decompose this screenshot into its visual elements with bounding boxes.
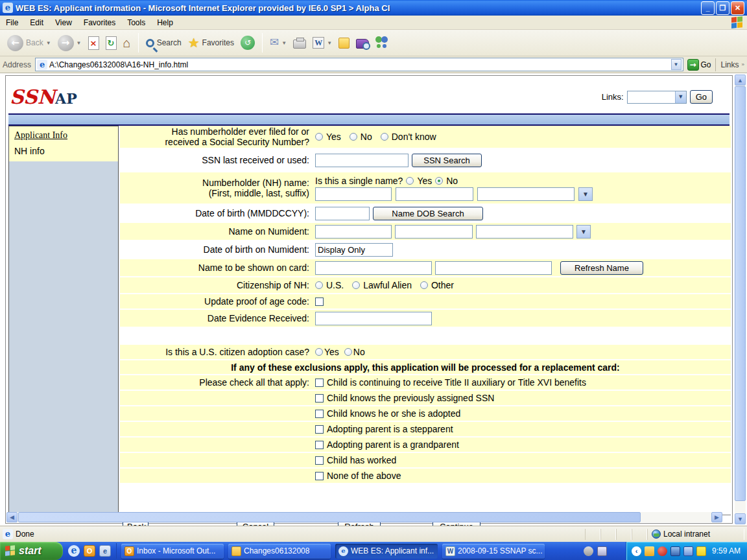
- page-links-select[interactable]: ▼: [627, 91, 687, 104]
- citizenship-lawful-alien-radio[interactable]: [352, 281, 360, 289]
- search-button[interactable]: Search: [143, 37, 185, 49]
- dob-input[interactable]: [315, 207, 370, 220]
- outlook-quicklaunch-icon[interactable]: O: [84, 545, 95, 557]
- menu-help[interactable]: Help: [151, 16, 179, 29]
- vertical-scroll-thumb[interactable]: [735, 86, 746, 501]
- search-icon: [146, 39, 154, 47]
- edit-dropdown-icon[interactable]: ▼: [327, 40, 332, 46]
- scroll-right-icon[interactable]: ▶: [711, 512, 722, 522]
- single-name-no-radio[interactable]: [435, 177, 443, 185]
- links-toolbar[interactable]: Links »: [715, 58, 744, 71]
- forward-button[interactable]: → ▼: [54, 34, 85, 52]
- print-button[interactable]: [290, 36, 309, 50]
- filed-yes-radio[interactable]: [315, 133, 323, 141]
- display-icon[interactable]: [683, 546, 693, 556]
- history-button[interactable]: ↺: [237, 34, 258, 51]
- taskbar-task-webes[interactable]: e WEB ES: Applicant inf...: [335, 544, 438, 559]
- restore-button[interactable]: ❐: [716, 1, 729, 15]
- tray-agent-icon[interactable]: [658, 546, 667, 556]
- tablet-pen-icon[interactable]: [597, 546, 607, 556]
- citizenship-us-radio[interactable]: [315, 281, 323, 289]
- mail-button[interactable]: ✉ ▼: [267, 36, 290, 50]
- taskbar-task-outlook[interactable]: O Inbox - Microsoft Out...: [121, 544, 224, 559]
- menu-view[interactable]: View: [49, 16, 78, 29]
- nh-middle-name-input[interactable]: [396, 187, 473, 201]
- citizenship-other-radio[interactable]: [420, 281, 428, 289]
- exclusion-checkbox-2[interactable]: [315, 410, 324, 418]
- tray-mail-icon[interactable]: [645, 546, 654, 556]
- mail-dropdown-icon[interactable]: ▼: [281, 40, 287, 46]
- card-first-name-input[interactable]: [315, 261, 432, 275]
- scroll-left-icon[interactable]: ◀: [6, 512, 18, 522]
- taskbar-task-folder[interactable]: Changes06132008: [228, 544, 331, 559]
- name-dob-search-button[interactable]: Name DOB Search: [373, 207, 483, 220]
- back-button[interactable]: ← Back ▼: [4, 34, 54, 52]
- status-page-icon: e: [3, 529, 13, 539]
- numident-dob-input[interactable]: [315, 243, 393, 257]
- collapse-chevron-icon[interactable]: ‹: [632, 546, 641, 556]
- home-button[interactable]: ⌂: [120, 35, 134, 51]
- status-pane: [585, 529, 600, 540]
- back-dropdown-icon[interactable]: ▼: [46, 40, 51, 46]
- exclusion-checkbox-0[interactable]: [315, 379, 324, 387]
- exclusion-checkbox-5[interactable]: [315, 456, 324, 465]
- research-button[interactable]: [353, 36, 372, 50]
- exclusion-checkbox-3[interactable]: [315, 425, 324, 434]
- nh-first-name-input[interactable]: [315, 187, 392, 201]
- menu-edit[interactable]: Edit: [24, 16, 49, 29]
- menu-tools[interactable]: Tools: [121, 16, 151, 29]
- address-dropdown-icon[interactable]: ▼: [671, 59, 682, 70]
- single-name-yes-radio[interactable]: [406, 177, 414, 185]
- stop-button[interactable]: ×: [85, 35, 102, 51]
- nh-last-name-input[interactable]: [477, 187, 575, 201]
- ssn-last-input[interactable]: [315, 154, 409, 167]
- nh-suffix-dropdown[interactable]: ▼: [578, 187, 593, 201]
- date-evidence-input[interactable]: [315, 312, 432, 325]
- exclusion-checkbox-4[interactable]: [315, 441, 324, 449]
- start-button[interactable]: start: [0, 542, 63, 560]
- microphone-icon[interactable]: [584, 546, 593, 556]
- minimize-button[interactable]: _: [701, 1, 715, 15]
- select-arrow-icon[interactable]: ▼: [675, 91, 686, 103]
- scroll-up-icon[interactable]: ▲: [735, 75, 746, 86]
- notes-button[interactable]: [335, 36, 353, 50]
- taskbar-task-word[interactable]: W 2008-09-15 SSNAP sc...: [442, 544, 545, 559]
- adoption-no-radio[interactable]: [344, 348, 352, 356]
- tray-notes-icon[interactable]: [696, 546, 706, 556]
- card-last-name-input[interactable]: [435, 261, 552, 275]
- scroll-down-icon[interactable]: ▼: [735, 513, 746, 524]
- numident-middle-name-input[interactable]: [395, 225, 473, 239]
- edit-word-button[interactable]: W ▼: [309, 36, 335, 50]
- ie-channels-quicklaunch-icon[interactable]: e: [99, 545, 111, 557]
- exclusion-checkbox-6[interactable]: [315, 472, 324, 480]
- numident-first-name-input[interactable]: [315, 225, 392, 239]
- address-input[interactable]: e A:\Changes06132008\A16-NH_info.html ▼: [35, 58, 683, 71]
- ssn-search-button[interactable]: SSN Search: [412, 154, 482, 167]
- horizontal-scrollbar[interactable]: ◀ ▶: [6, 512, 722, 522]
- exclusion-checkbox-1[interactable]: [315, 394, 324, 402]
- messenger-button[interactable]: [372, 35, 393, 51]
- adoption-yes-radio[interactable]: [315, 348, 323, 356]
- banner-bar: [8, 113, 729, 126]
- sidebar-item-applicant-info[interactable]: Applicant Info: [14, 130, 113, 141]
- close-button[interactable]: ✕: [731, 1, 744, 15]
- refresh-name-button[interactable]: Refresh Name: [560, 261, 643, 275]
- numident-suffix-dropdown[interactable]: ▼: [576, 225, 591, 239]
- ssnap-logo: SSNAP: [10, 86, 77, 108]
- filed-dontknow-radio[interactable]: [381, 133, 388, 141]
- filed-no-radio[interactable]: [350, 133, 357, 141]
- proof-of-age-checkbox[interactable]: [315, 298, 324, 306]
- page-links-go-button[interactable]: Go: [690, 90, 713, 104]
- refresh-button[interactable]: ↻: [102, 35, 120, 51]
- horizontal-scroll-thumb[interactable]: [18, 512, 641, 522]
- menu-favorites[interactable]: Favorites: [78, 16, 121, 29]
- network-icon[interactable]: [670, 546, 680, 556]
- vertical-scrollbar[interactable]: ▲ ▼: [735, 75, 746, 524]
- ie-quicklaunch-icon[interactable]: e: [68, 545, 80, 557]
- menu-file[interactable]: File: [0, 16, 24, 29]
- favorites-button[interactable]: ★ Favorites: [185, 35, 237, 51]
- go-button[interactable]: → Go: [687, 59, 711, 71]
- forward-dropdown-icon[interactable]: ▼: [77, 40, 82, 46]
- numident-last-name-input[interactable]: [476, 225, 573, 239]
- taskbar-clock[interactable]: 9:59 AM: [712, 546, 741, 555]
